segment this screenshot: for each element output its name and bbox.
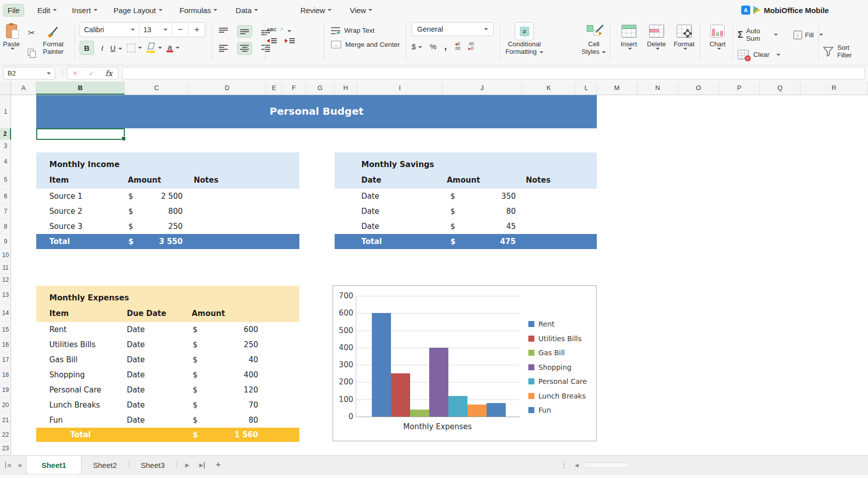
column-header-E[interactable]: E — [266, 82, 282, 95]
app-store-icon[interactable]: A — [741, 6, 750, 15]
cut-button[interactable]: ✂ — [28, 28, 35, 38]
savings-table-header[interactable]: Monthly Savings Date Amount Notes — [335, 152, 597, 189]
row-header-3[interactable]: 3 — [0, 140, 11, 152]
align-top-button[interactable] — [216, 26, 230, 37]
column-header-M[interactable]: M — [597, 82, 638, 95]
align-left-button[interactable] — [216, 43, 230, 54]
increase-indent-button[interactable] — [285, 38, 295, 43]
row-header-22[interactable]: 22 — [0, 428, 11, 442]
savings-row[interactable]: Date $ 80 — [335, 204, 597, 219]
row-header-6[interactable]: 6 — [0, 189, 11, 204]
column-header-O[interactable]: O — [678, 82, 719, 95]
menu-view[interactable]: View — [350, 6, 372, 15]
google-play-icon[interactable] — [753, 6, 761, 15]
italic-button[interactable]: I — [99, 44, 106, 52]
embedded-chart[interactable]: 7006005004003002001000 Monthly Expenses … — [333, 285, 597, 441]
insert-cells-button[interactable]: Insert — [615, 22, 643, 64]
borders-button[interactable] — [127, 44, 142, 52]
row-header-16[interactable]: 16 — [0, 337, 11, 352]
expense-row[interactable]: Shopping Date $ 400 — [36, 367, 299, 382]
fill-handle[interactable] — [121, 136, 126, 141]
increase-font-size-button[interactable]: + — [188, 23, 205, 37]
copy-button[interactable] — [28, 49, 35, 57]
row-header-15[interactable]: 15 — [0, 322, 11, 337]
align-middle-button[interactable] — [237, 25, 252, 38]
column-header-J[interactable]: J — [443, 82, 522, 95]
fill-button[interactable]: ↓Fill — [794, 31, 823, 39]
decrease-font-size-button[interactable]: − — [172, 23, 188, 37]
sheet-title-cell[interactable]: Personal Budget — [36, 95, 597, 128]
select-all-corner[interactable] — [0, 82, 11, 95]
cell-styles-button[interactable]: Cell Styles — [575, 22, 613, 55]
chart-button[interactable]: Chart — [703, 22, 732, 50]
row-header-12[interactable]: 12 — [0, 274, 11, 286]
more-options-icon[interactable]: ⋮ — [561, 456, 568, 474]
sheet-grid[interactable]: Personal Budget Monthly Income Item Amou… — [11, 95, 868, 455]
menu-formulas[interactable]: Formulas — [180, 6, 218, 15]
tab-sheet3[interactable]: Sheet3 — [129, 456, 176, 474]
add-sheet-button[interactable]: + — [215, 456, 221, 474]
row-header-10[interactable]: 10 — [0, 249, 11, 262]
column-header-I[interactable]: I — [357, 82, 443, 95]
column-header-H[interactable]: H — [335, 82, 357, 95]
column-header-G[interactable]: G — [306, 82, 335, 95]
merge-center-button[interactable]: ↔ Merge and Center — [331, 41, 400, 48]
income-total-row[interactable]: Total $ 3 550 — [36, 234, 299, 249]
first-sheet-button[interactable]: ◀ — [5, 456, 11, 474]
format-painter-button[interactable]: Format Painter — [43, 22, 63, 64]
row-header-7[interactable]: 7 — [0, 204, 11, 219]
confirm-icon[interactable]: ✓ — [89, 69, 95, 77]
expense-row[interactable]: Lunch Breaks Date $ 70 — [36, 397, 299, 413]
menu-insert[interactable]: Insert — [72, 6, 98, 15]
column-header-C[interactable]: C — [125, 82, 189, 95]
column-header-F[interactable]: F — [282, 82, 306, 95]
auto-sum-button[interactable]: ΣAuto Sum — [738, 27, 778, 42]
last-sheet-button[interactable]: ▶ — [199, 456, 205, 474]
format-cells-button[interactable]: Format — [670, 22, 698, 64]
row-header-17[interactable]: 17 — [0, 352, 11, 367]
name-box[interactable]: B2 — [3, 67, 55, 79]
row-header-4[interactable]: 4 — [0, 152, 11, 171]
drag-handle-icon[interactable]: ⋮ — [59, 69, 66, 76]
column-header-N[interactable]: N — [638, 82, 678, 95]
row-header-5[interactable]: 5 — [0, 171, 11, 189]
expense-row[interactable]: Gas Bill Date $ 40 — [36, 352, 299, 367]
previous-sheet-button[interactable]: ◀ — [17, 456, 21, 474]
expense-row[interactable]: Utilities Bills Date $ 250 — [36, 337, 299, 352]
comma-format-button[interactable]: , — [444, 44, 447, 49]
tab-sheet1[interactable]: Sheet1 — [26, 456, 82, 474]
spell-check-button[interactable]: ABC → — [267, 25, 295, 32]
row-header-20[interactable]: 20 — [0, 397, 11, 413]
income-table-header[interactable]: Monthly Income Item Amount Notes — [36, 152, 299, 189]
number-format-select[interactable]: General — [412, 22, 494, 36]
bold-button[interactable]: B — [80, 41, 94, 55]
column-header-B[interactable]: B — [36, 82, 125, 95]
income-row[interactable]: Source 3 $ 250 — [36, 219, 299, 234]
menu-page-layout[interactable]: Page Layout — [114, 6, 163, 15]
income-row[interactable]: Source 2 $ 800 — [36, 204, 299, 219]
expenses-total-row[interactable]: Total $ 1 560 — [36, 428, 299, 442]
clear-button[interactable]: Clear — [738, 50, 780, 59]
font-name-select[interactable]: Calibri — [80, 23, 139, 37]
formula-input[interactable] — [122, 67, 865, 79]
horizontal-scrollbar-thumb[interactable] — [584, 462, 630, 468]
conditional-formatting-button[interactable]: ≠ Conditional Formatting — [502, 22, 546, 55]
wrap-text-button[interactable]: ↵ Wrap Text — [331, 27, 400, 34]
decrease-indent-button[interactable] — [267, 38, 277, 43]
column-header-P[interactable]: P — [719, 82, 760, 95]
savings-total-row[interactable]: Total $ 475 — [335, 234, 597, 249]
align-center-button[interactable] — [237, 42, 252, 55]
expense-row[interactable]: Fun Date $ 80 — [36, 413, 299, 428]
column-header-R[interactable]: R — [801, 82, 868, 95]
row-header-1[interactable]: 1 — [0, 95, 11, 128]
expense-row[interactable]: Rent Date $ 600 — [36, 322, 299, 337]
row-header-8[interactable]: 8 — [0, 219, 11, 234]
underline-button[interactable]: U — [110, 44, 122, 52]
fx-icon[interactable]: fx — [105, 69, 112, 78]
savings-row[interactable]: Date $ 350 — [335, 189, 597, 204]
font-color-button[interactable]: a — [167, 44, 180, 52]
next-sheet-button[interactable]: ▶ — [185, 456, 189, 474]
row-header-9[interactable]: 9 — [0, 234, 11, 249]
savings-row[interactable]: Date $ 45 — [335, 219, 597, 234]
menu-file[interactable]: File — [3, 4, 24, 17]
